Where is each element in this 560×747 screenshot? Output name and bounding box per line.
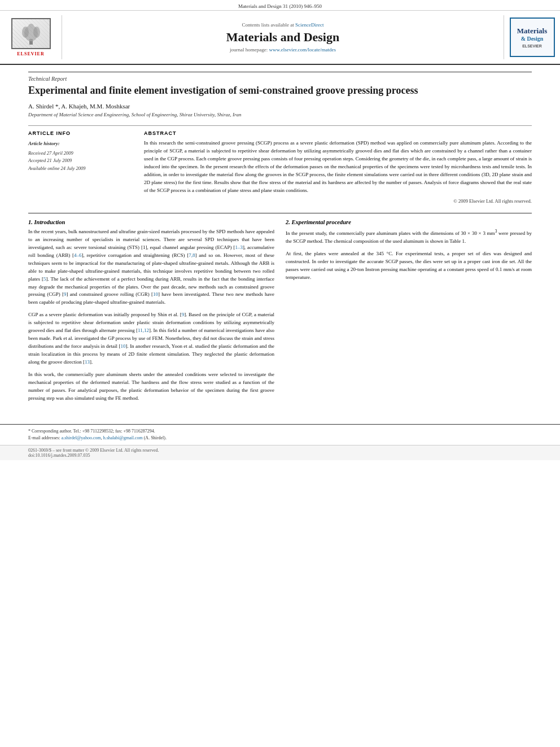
section2-title: 2. Experimental procedure (286, 219, 532, 225)
top-citation-bar: Materials and Design 31 (2010) 946–950 (0, 0, 560, 11)
body-left-col: 1. Introduction In the recent years, bul… (28, 219, 274, 407)
history-label: Article history: (28, 139, 133, 147)
footer-issn: 0261-3069/$ – see front matter © 2009 El… (28, 448, 159, 453)
body-para-2: CGP as a severe plastic deformation was … (28, 311, 274, 366)
journal-title: Materials and Design (226, 30, 339, 45)
body-para-4: In the present study, the commercially p… (286, 228, 532, 246)
footnote-email2: h.shalabi@gmail.com (103, 435, 143, 440)
journal-logo-area: Materials & Design ELSEVIER (504, 15, 560, 59)
journal-logo-box: Materials & Design ELSEVIER (510, 18, 555, 57)
authors: A. Shirdel *, A. Khajeh, M.M. Moshksar (28, 103, 532, 110)
affiliation: Department of Material Science and Engin… (28, 112, 532, 117)
article-info-col: ARTICLE INFO Article history: Received 2… (28, 130, 133, 204)
footer-bar: 0261-3069/$ – see front matter © 2009 El… (0, 445, 560, 460)
footnote-star: * Corresponding author. Tel.: +98 711229… (28, 429, 155, 434)
journal-logo-mat: Materials (517, 27, 547, 36)
svg-point-2 (22, 27, 29, 38)
citation-text: Materials and Design 31 (2010) 946–950 (238, 3, 322, 9)
section1-title: 1. Introduction (28, 219, 274, 225)
elsevier-label: ELSEVIER (11, 51, 51, 56)
svg-rect-0 (29, 39, 33, 45)
svg-point-1 (24, 25, 38, 41)
journal-homepage: journal homepage: www.elsevier.com/locat… (230, 47, 336, 53)
svg-point-3 (33, 27, 40, 38)
abstract-text: In this research the semi-constrained gr… (144, 139, 532, 195)
footnote-email2-note: (A. Shirdel). (144, 435, 167, 440)
journal-center: Contents lists available at ScienceDirec… (62, 15, 504, 59)
page: Materials and Design 31 (2010) 946–950 E… (0, 0, 560, 747)
accepted-date: Accepted 21 July 2009 (28, 158, 72, 163)
body-para-1: In the recent years, bulk nanostructured… (28, 228, 274, 307)
article-title: Experimental and finite element investig… (28, 84, 532, 97)
abstract-col: ABSTRACT In this research the semi-const… (144, 130, 532, 204)
footer-doi: doi:10.1016/j.matdes.2009.07.035 (28, 453, 90, 458)
footnote: * Corresponding author. Tel.: +98 711229… (0, 428, 560, 442)
body-para-3: In this work, the commercially pure alum… (28, 371, 274, 403)
online-date: Available online 24 July 2009 (28, 165, 86, 171)
article-type: Technical Report (28, 72, 532, 82)
svg-point-4 (28, 24, 34, 29)
elsevier-graphic (11, 18, 51, 49)
elsevier-logo-area: ELSEVIER (0, 15, 62, 59)
sciencedirect-link[interactable]: ScienceDirect (295, 22, 323, 28)
received-date: Received 27 April 2009 (28, 150, 73, 156)
journal-logo-design: & Design (521, 36, 544, 42)
homepage-url[interactable]: www.elsevier.com/locate/matdes (269, 47, 336, 53)
footnote-email1: a.shirdel@yahoo.com (62, 435, 101, 440)
body-right-col: 2. Experimental procedure In the present… (286, 219, 532, 407)
article-history: Article history: Received 27 April 2009 … (28, 139, 133, 172)
article-info-heading: ARTICLE INFO (28, 130, 133, 136)
body-para-5: At first, the plates were annealed at th… (286, 250, 532, 282)
contents-line: Contents lists available at ScienceDirec… (242, 22, 324, 28)
footnote-email-label: E-mail addresses: (28, 435, 62, 440)
info-abstract-section: ARTICLE INFO Article history: Received 2… (28, 125, 532, 204)
abstract-heading: ABSTRACT (144, 130, 532, 136)
journal-header: ELSEVIER Contents lists available at Sci… (0, 11, 560, 65)
authors-text: A. Shirdel *, A. Khajeh, M.M. Moshksar (28, 103, 130, 110)
footer-area: * Corresponding author. Tel.: +98 711229… (0, 424, 560, 460)
copyright-line: © 2009 Elsevier Ltd. All rights reserved… (144, 198, 532, 204)
elsevier-logo: ELSEVIER (11, 18, 51, 56)
body-section: 1. Introduction In the recent years, bul… (28, 213, 532, 407)
main-content: Technical Report Experimental and finite… (0, 65, 560, 418)
